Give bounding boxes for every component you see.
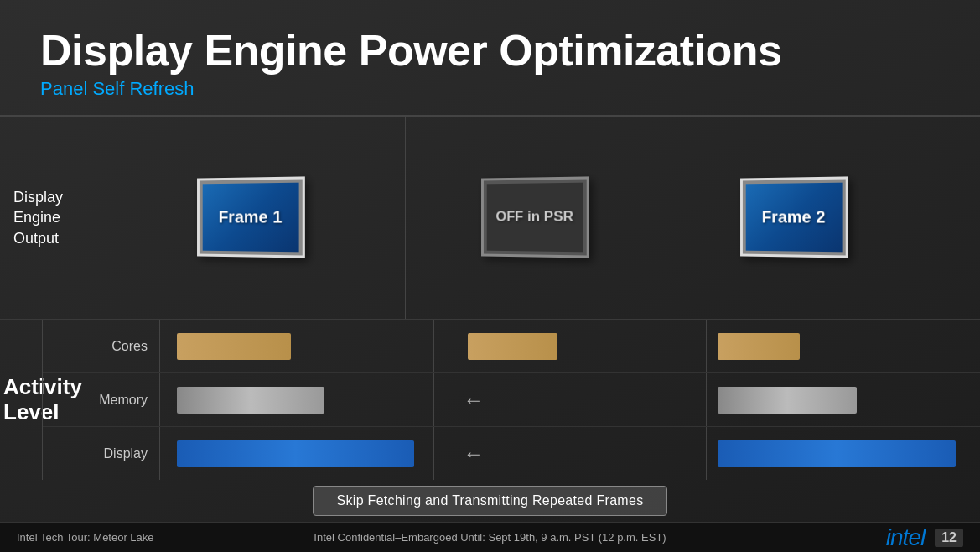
memory-content: ← xyxy=(160,373,980,426)
footer: Intel Tech Tour: Meteor Lake Intel Confi… xyxy=(0,522,980,552)
off-psr-monitor: OFF in PSR xyxy=(480,178,589,258)
display-bar-2 xyxy=(718,440,956,467)
display-arrow: ← xyxy=(464,442,484,466)
footer-center: Intel Confidential–Embargoed Until: Sept… xyxy=(253,531,727,544)
slide: Display Engine Power Optimizations Panel… xyxy=(0,0,980,552)
cores-bar-3 xyxy=(718,333,800,360)
frames-area: Frame 1 OFF in PSR xyxy=(117,117,980,318)
frame1-wrapper: Frame 1 xyxy=(195,178,304,258)
activity-rows: Cores xyxy=(42,320,980,480)
skip-label: Skip Fetching and Transmitting Repeated … xyxy=(313,486,668,516)
off-psr-label: OFF in PSR xyxy=(496,209,574,227)
memory-label: Memory xyxy=(43,373,160,426)
display-bar-1 xyxy=(177,440,415,467)
frame1-frame: Frame 1 xyxy=(197,177,305,258)
skip-label-area: Skip Fetching and Transmitting Repeated … xyxy=(0,480,980,522)
off-psr-frame: OFF in PSR xyxy=(481,177,589,258)
memory-bar-2 xyxy=(718,387,857,414)
display-row: Display ← xyxy=(43,427,980,480)
cores-bar-2 xyxy=(468,333,558,360)
subtitle: Panel Self Refresh xyxy=(40,78,940,100)
cores-row: Cores xyxy=(43,320,980,374)
vline-2 xyxy=(692,117,692,318)
frame1-label: Frame 1 xyxy=(218,208,282,227)
activity-rows-container: ActivityLevel Cores xyxy=(0,320,980,480)
activity-section: ActivityLevel Cores xyxy=(0,320,980,522)
slide-number: 12 xyxy=(935,529,963,547)
footer-right: intel 12 xyxy=(727,524,963,551)
frame2-monitor: Frame 2 xyxy=(739,178,848,258)
display-output-label: Display EngineOutput xyxy=(0,117,117,318)
footer-left: Intel Tech Tour: Meteor Lake xyxy=(17,531,253,544)
frame2-screen: Frame 2 xyxy=(746,183,843,253)
intel-logo: intel xyxy=(886,524,925,551)
frame2-wrapper: Frame 2 xyxy=(739,178,848,258)
frame1-screen: Frame 1 xyxy=(202,183,298,253)
frame1-monitor: Frame 1 xyxy=(195,178,304,258)
cores-content xyxy=(160,320,980,373)
display-label: Display xyxy=(43,427,160,480)
cores-label: Cores xyxy=(43,320,160,373)
main-body: Display EngineOutput Frame 1 xyxy=(0,117,980,522)
memory-row: Memory ← xyxy=(43,373,980,427)
frame2-label: Frame 2 xyxy=(761,208,825,227)
header: Display Engine Power Optimizations Panel… xyxy=(0,0,980,115)
off-psr-screen: OFF in PSR xyxy=(487,183,583,253)
display-output-section: Display EngineOutput Frame 1 xyxy=(0,117,980,320)
page-title: Display Engine Power Optimizations xyxy=(40,27,940,75)
memory-arrow: ← xyxy=(464,388,484,412)
activity-level-outer xyxy=(0,320,42,480)
cores-bar-1 xyxy=(177,333,292,360)
off-psr-wrapper: OFF in PSR xyxy=(480,178,589,258)
display-content: ← xyxy=(160,427,980,480)
vline-1 xyxy=(405,117,406,318)
frame2-frame: Frame 2 xyxy=(740,177,848,258)
memory-bar-1 xyxy=(177,387,324,414)
